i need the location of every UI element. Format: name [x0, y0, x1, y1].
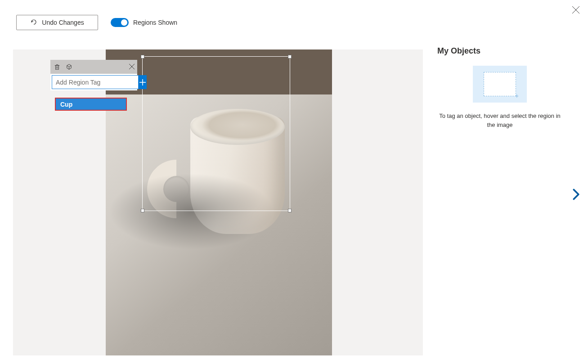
add-tag-button[interactable] — [139, 75, 147, 89]
close-dialog-button[interactable] — [570, 4, 581, 18]
regions-toggle[interactable] — [111, 18, 129, 27]
undo-icon — [30, 18, 37, 27]
region-tag-panel — [50, 60, 137, 90]
image-work-area — [13, 49, 423, 355]
image-canvas[interactable] — [106, 49, 332, 355]
tag-suggestion-item[interactable]: Cup — [55, 98, 127, 111]
side-panel: My Objects To tag an object, hover and s… — [437, 46, 562, 129]
close-panel-icon[interactable] — [129, 63, 135, 71]
trash-icon[interactable] — [53, 63, 61, 71]
undo-changes-button[interactable]: Undo Changes — [16, 15, 98, 30]
regions-toggle-wrap: Regions Shown — [111, 18, 177, 27]
side-panel-hint: To tag an object, hover and select the r… — [437, 112, 562, 129]
add-object-placeholder[interactable] — [473, 66, 527, 103]
dashed-region-icon — [484, 72, 516, 96]
tag-suggestion-list: Cup — [55, 98, 127, 111]
top-toolbar: Undo Changes Regions Shown — [16, 15, 177, 30]
next-image-button[interactable] — [570, 188, 582, 201]
cube-icon[interactable] — [65, 63, 73, 71]
resize-handle-se[interactable] — [288, 209, 292, 212]
tag-input-row — [50, 74, 137, 90]
resize-handle-ne[interactable] — [288, 55, 292, 58]
resize-handle-sw[interactable] — [141, 209, 144, 212]
region-selection[interactable] — [142, 56, 290, 211]
toggle-knob — [121, 19, 127, 26]
undo-label: Undo Changes — [42, 19, 84, 26]
resize-handle-nw[interactable] — [141, 55, 144, 58]
region-tag-input[interactable] — [52, 75, 139, 89]
tag-suggestion-label: Cup — [60, 101, 72, 108]
side-panel-title: My Objects — [437, 46, 562, 56]
regions-toggle-label: Regions Shown — [133, 19, 177, 26]
tag-panel-header — [50, 60, 137, 74]
svg-rect-2 — [55, 65, 58, 69]
